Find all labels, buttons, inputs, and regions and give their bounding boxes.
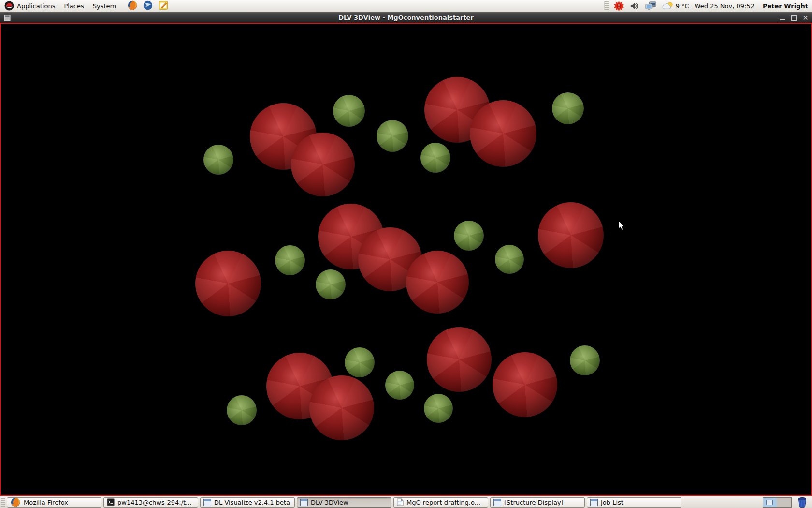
menu-label: System (93, 2, 116, 10)
atom-Mg[interactable] (275, 245, 305, 275)
alert-icon[interactable] (614, 1, 624, 11)
atom-Mg[interactable] (227, 395, 257, 425)
atom-Mg[interactable] (420, 143, 450, 173)
taskbar-drag-handle[interactable] (1, 498, 5, 507)
network-icon[interactable] (645, 1, 657, 11)
atom-Mg[interactable] (316, 269, 346, 299)
atom-O[interactable] (538, 202, 604, 268)
menu-system[interactable]: System (88, 0, 120, 12)
atom-Mg[interactable] (345, 347, 375, 377)
atoms-layer (0, 23, 812, 496)
top-panel: ApplicationsPlacesSystem 9 °C Wed 25 Nov… (0, 0, 812, 12)
thunderbird-launcher[interactable] (142, 0, 154, 12)
document-icon (397, 498, 404, 506)
window-controls: ✕ (779, 13, 809, 23)
redhat-icon (4, 1, 14, 11)
taskbar-button-pw1413-chws-294-t[interactable]: pw1413@chws-294:/t... (103, 497, 198, 508)
maximize-button[interactable] (790, 15, 798, 22)
atom-Mg[interactable] (385, 371, 414, 400)
atom-Mg[interactable] (377, 120, 408, 152)
notes-icon (158, 0, 169, 12)
thunderbird-icon (143, 0, 153, 12)
taskbar-button-label: [Structure Display] (504, 499, 564, 506)
window-icon (300, 499, 308, 506)
workspace-switcher (763, 497, 792, 508)
atom-O[interactable] (291, 133, 355, 196)
taskbar-button-dl-visualize-v2-4-1-beta[interactable]: DL Visualize v2.4.1 beta (200, 497, 295, 508)
taskbar-button-structure-display[interactable]: [Structure Display] (490, 497, 585, 508)
weather-temp: 9 °C (676, 2, 689, 10)
taskbar: Mozilla Firefoxpw1413@chws-294:/t...DL V… (0, 496, 812, 508)
workspace-window-thumb (766, 500, 773, 505)
taskbar-button-label: DLV 3DView (311, 499, 348, 506)
taskbar-button-label: Mozilla Firefox (24, 499, 68, 506)
taskbar-button-dlv-3dview[interactable]: DLV 3DView (297, 497, 392, 508)
window-titlebar[interactable]: DLV 3DView - MgOconventionalstarter ✕ (0, 12, 812, 23)
minimize-button[interactable] (779, 15, 786, 22)
taskbar-button-mgo-report-drafting-o[interactable]: MgO report drafting.o... (393, 497, 488, 508)
desktop-screen: ApplicationsPlacesSystem 9 °C Wed 25 Nov… (0, 0, 812, 508)
close-button[interactable]: ✕ (802, 15, 809, 22)
atom-O[interactable] (309, 375, 374, 440)
atom-Mg[interactable] (424, 394, 453, 423)
taskbar-button-label: pw1413@chws-294:/t... (117, 499, 192, 506)
clock[interactable]: Wed 25 Nov, 09:52 (695, 2, 754, 10)
firefox-icon (127, 0, 138, 12)
panel-menus: ApplicationsPlacesSystem (0, 0, 120, 12)
window-icon (590, 499, 598, 506)
atom-Mg[interactable] (570, 345, 600, 375)
workspace-cell-2[interactable] (777, 498, 791, 507)
volume-icon[interactable] (629, 1, 639, 11)
taskbar-button-mozilla-firefox[interactable]: Mozilla Firefox (7, 497, 102, 508)
taskbar-button-job-list[interactable]: Job List (587, 497, 682, 508)
atom-Mg[interactable] (495, 245, 524, 274)
menu-places[interactable]: Places (59, 0, 88, 12)
user-menu[interactable]: Peter Wright (760, 2, 808, 10)
atom-O[interactable] (406, 251, 469, 314)
trash-icon[interactable] (798, 497, 807, 508)
taskbar-button-label: DL Visualize v2.4.1 beta (214, 499, 290, 506)
atom-Mg[interactable] (203, 145, 233, 175)
atom-O[interactable] (195, 251, 261, 316)
taskbar-right (763, 497, 812, 508)
panel-launchers (126, 0, 170, 12)
panel-drag-handle[interactable] (604, 1, 609, 10)
taskbar-buttons: Mozilla Firefoxpw1413@chws-294:/t...DL V… (7, 497, 682, 508)
notes-launcher[interactable] (157, 0, 170, 12)
menu-label: Places (64, 2, 84, 10)
titlebar-window-icon[interactable] (4, 15, 11, 23)
firefox-icon (10, 497, 21, 508)
taskbar-button-label: MgO report drafting.o... (406, 499, 480, 506)
atom-O[interactable] (470, 100, 536, 167)
terminal-icon (107, 498, 115, 506)
weather-applet[interactable]: 9 °C (662, 1, 689, 11)
atom-Mg[interactable] (552, 92, 584, 124)
workspace-cell-1[interactable] (763, 498, 777, 507)
atom-O[interactable] (493, 352, 557, 417)
atom-O[interactable] (427, 327, 492, 392)
atom-Mg[interactable] (333, 95, 365, 127)
panel-status-area: 9 °C Wed 25 Nov, 09:52 Peter Wright (604, 0, 812, 12)
window-icon (203, 499, 211, 506)
menu-applications[interactable]: Applications (0, 0, 59, 12)
window-title: DLV 3DView - MgOconventionalstarter (0, 14, 812, 21)
taskbar-button-label: Job List (601, 499, 624, 506)
atom-Mg[interactable] (454, 221, 484, 251)
3d-viewport[interactable] (0, 23, 812, 496)
menu-label: Applications (17, 2, 55, 10)
weather-icon (662, 1, 674, 11)
window-icon (493, 499, 501, 506)
firefox-launcher[interactable] (126, 0, 139, 12)
